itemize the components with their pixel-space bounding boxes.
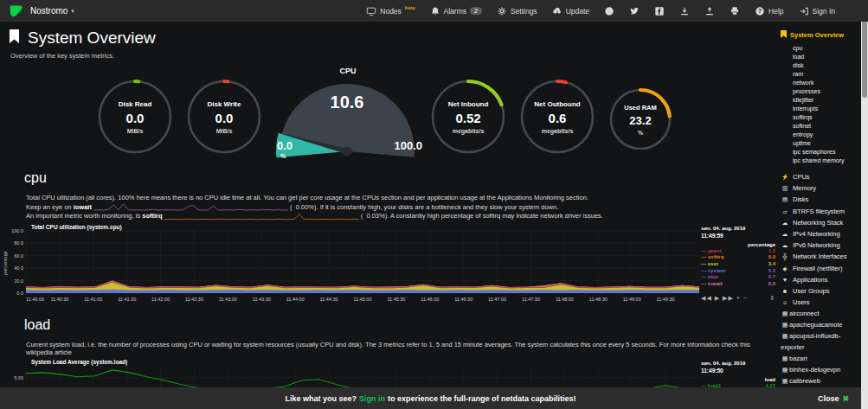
gauge-net-inbound[interactable]: Net Inbound 0.52 megabits/s [430, 79, 506, 155]
topnav-signin[interactable]: Sign In [799, 6, 835, 16]
sidebar-item-bazarr[interactable]: ▦bazarr [781, 353, 861, 364]
topnav-help[interactable]: ?Help [755, 6, 783, 16]
topnav-nodes[interactable]: Nodesbeta [366, 6, 415, 16]
svg-text:11:47:00: 11:47:00 [488, 297, 506, 302]
load-chart-plot[interactable]: 3.004.005.00 [0, 366, 775, 387]
load-chart[interactable]: System Load Average (system.load) 3.004.… [0, 359, 775, 387]
sidebar-item-user-groups[interactable]: ☻User Groups [781, 285, 861, 297]
svg-text:100.0: 100.0 [11, 228, 23, 233]
sidebar-item-ipv6-networking[interactable]: ☁IPv6 Networking [781, 240, 861, 251]
load-chart-title: System Load Average (system.load) [31, 359, 127, 365]
iowait-sparkline[interactable] [93, 203, 288, 211]
svg-text:11:49:30: 11:49:30 [657, 297, 675, 302]
cpu-chart-plot[interactable]: 0.020.040.060.080.0100.011:40:0011:40:30… [0, 231, 775, 305]
gauge-used-ram[interactable]: Used RAM 23.2 % [608, 87, 672, 151]
sidebar-item-apcupsd-influxdb-exporter[interactable]: ▦apcupsd-influxdb-exporter [781, 330, 861, 353]
section-heading-load: load [24, 317, 776, 333]
legend-name: — user [701, 261, 718, 268]
topnav-export[interactable] [704, 6, 715, 16]
hostname-selector[interactable]: Nostromo [30, 6, 68, 16]
chart-resize-handle[interactable]: ⇕ [769, 295, 775, 302]
sidebar-subitem-softnet[interactable]: softnet [793, 122, 861, 131]
sidebar-subitem-ipc-semaphores[interactable]: ipc semaphores [793, 148, 861, 157]
sidebar-item-system-overview[interactable]: System Overview [781, 30, 861, 40]
topnav-github[interactable] [604, 6, 614, 16]
topbar: Nostromo ▾ NodesbetaAlarms2SettingsUpdat… [0, 0, 868, 22]
cpu-chart[interactable]: Total CPU utilization (system.cpu) perce… [0, 224, 775, 307]
sidebar-subitem-interrupts[interactable]: interrupts [793, 105, 861, 113]
load-chart-legend: søn. 04. aug. 201911:49:50load— load14.2… [701, 361, 775, 387]
sidebar-subitem-ram[interactable]: ram [793, 70, 861, 79]
gauge-label: Disk Read [119, 100, 152, 108]
sidebar-item-calibreweb[interactable]: ▦calibreweb [781, 375, 861, 387]
topnav-facebook[interactable] [654, 6, 665, 16]
topnav-alarms[interactable]: Alarms2 [430, 6, 482, 16]
gauge-value: 0.0 [215, 111, 234, 125]
gauge-cpu[interactable]: CPU 10.6 0.0 100.0 % [273, 67, 422, 179]
table-icon: ▦ [781, 353, 789, 364]
help-icon: ? [755, 6, 765, 16]
legend-date: søn. 04. aug. 2019 [701, 361, 775, 367]
sidebar-item-airconnect[interactable]: ▦airconnect [781, 308, 861, 319]
sidebar-section-label: IPv6 Networking [793, 240, 840, 251]
beta-badge: beta [405, 5, 415, 10]
load-description: Current system load, i.e. the number of … [26, 341, 763, 357]
legend-item-system[interactable]: — system5.2 [701, 268, 775, 275]
legend-item-guest[interactable]: — guest1.2 [701, 248, 775, 255]
sidebar-subitem-uptime[interactable]: uptime [793, 139, 861, 148]
topnav-update[interactable]: Update [552, 6, 589, 16]
page-scrollbar[interactable] [861, 0, 868, 409]
sidebar-subitem-cpu[interactable]: cpu [793, 44, 861, 53]
sidebar-subitem-idlejitter[interactable]: idlejitter [793, 96, 861, 105]
sidebar-item-firewall-netfilter-[interactable]: ◈Firewall (netfilter) [781, 263, 861, 274]
sidebar-subitem-ipc-shared-memory[interactable]: ipc shared memory [793, 157, 861, 165]
gear-icon [497, 6, 507, 16]
close-banner-button[interactable]: Close ✖ [818, 394, 849, 403]
chart-toolbar[interactable]: ◀◀ ▶ ▶▶ + −⇕ [701, 295, 775, 302]
bottom-banner: Like what you see? Sign in to experience… [0, 387, 861, 409]
sidebar-item-apacheguacamole[interactable]: ▦apacheguacamole [781, 319, 861, 330]
topnav-twitter[interactable] [629, 6, 640, 16]
sidebar-item-disks[interactable]: ▤Disks [781, 194, 861, 205]
sidebar-item-cpus[interactable]: ⚡CPUs [781, 171, 861, 182]
chart-playback-buttons[interactable]: ◀◀ ▶ ▶▶ + − [701, 295, 748, 302]
sign-in-link[interactable]: Sign in [359, 394, 385, 403]
load-section: load Current system load, i.e. the numbe… [0, 317, 776, 357]
sidebar-item-network-interfaces[interactable]: ╬Network Interfaces [781, 251, 861, 262]
svg-text:60.0: 60.0 [14, 253, 23, 259]
sidebar-item-applications[interactable]: ♥Applications [781, 274, 861, 285]
facebook-icon [654, 6, 665, 16]
netdata-logo-icon[interactable] [9, 3, 23, 18]
softirq-sparkline[interactable] [164, 212, 359, 220]
legend-name: — nice [701, 274, 718, 281]
users-icon: ☻ [781, 285, 789, 297]
legend-item-user[interactable]: — user3.4 [701, 261, 775, 268]
legend-item-iowait[interactable]: — iowait0.0 [701, 281, 775, 288]
gauge-label: Disk Write [208, 100, 241, 108]
topnav-print[interactable] [730, 6, 740, 16]
sidebar-item-users[interactable]: ☺Users [781, 297, 861, 308]
svg-text:11:46:00: 11:46:00 [421, 297, 439, 302]
sidebar-item-ipv4-networking[interactable]: ☁IPv4 Networking [781, 228, 861, 240]
sidebar-subitem-softirqs[interactable]: softirqs [793, 113, 861, 122]
sidebar-item-binhex-delugevpn[interactable]: ▦binhex-delugevpn [781, 364, 861, 375]
sidebar-item-memory[interactable]: ▥Memory [781, 182, 861, 194]
legend-time: 11:49:59 [701, 232, 775, 240]
legend-item-nice[interactable]: — nice0.7 [701, 274, 775, 281]
sidebar-subitem-disk[interactable]: disk [793, 61, 861, 70]
cloud-icon: ☁ [781, 228, 789, 240]
sidebar-item-btrfs-filesystem[interactable]: ▱BTRFS filesystem [781, 206, 861, 217]
gauge-disk-read[interactable]: Disk Read 0.0 MiB/s [97, 79, 173, 155]
gauge-disk-write[interactable]: Disk Write 0.0 MiB/s [186, 79, 262, 155]
sidebar-subitem-network[interactable]: network [793, 79, 861, 87]
sidebar-item-networking-stack[interactable]: ☁Networking Stack [781, 217, 861, 228]
chevron-down-icon[interactable]: ▾ [71, 8, 74, 15]
topnav-import[interactable] [679, 6, 690, 16]
sidebar-subitem-entropy[interactable]: entropy [793, 131, 861, 139]
topnav-settings[interactable]: Settings [497, 6, 537, 16]
sidebar-subitem-load[interactable]: load [793, 53, 861, 61]
sidebar-subitem-processes[interactable]: processes [793, 87, 861, 96]
legend-item-softirq[interactable]: — softirq0.0 [701, 254, 775, 261]
legend-value: 0.7 [768, 274, 775, 281]
gauge-net-outbound[interactable]: Net Outbound 0.6 megabits/s [519, 79, 595, 155]
